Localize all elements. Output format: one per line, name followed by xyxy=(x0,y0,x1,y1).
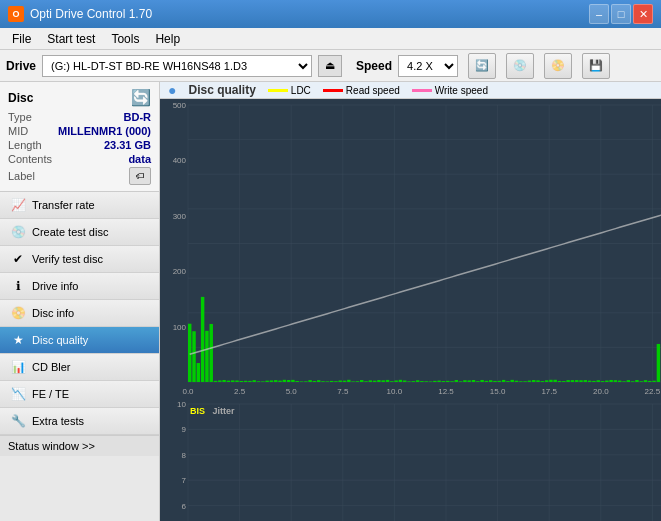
disc-label-icon[interactable]: 🏷 xyxy=(129,167,151,185)
minimize-button[interactable]: – xyxy=(589,4,609,24)
sidebar-item-fe-te[interactable]: 📉 FE / TE xyxy=(0,381,159,408)
chart-header: ● Disc quality LDC Read speed Write spee… xyxy=(160,82,661,99)
disc-label-row: Label 🏷 xyxy=(8,167,151,185)
titlebar-controls[interactable]: – □ ✕ xyxy=(589,4,653,24)
sidebar: Disc 🔄 Type BD-R MID MILLENMR1 (000) Len… xyxy=(0,82,160,521)
legend-ldc-label: LDC xyxy=(291,85,311,96)
sidebar-item-extra-tests-label: Extra tests xyxy=(32,415,84,427)
sidebar-item-verify-test-label: Verify test disc xyxy=(32,253,103,265)
disc-length-key: Length xyxy=(8,139,42,151)
menu-file[interactable]: File xyxy=(4,30,39,48)
sidebar-item-verify-test[interactable]: ✔ Verify test disc xyxy=(0,246,159,273)
close-button[interactable]: ✕ xyxy=(633,4,653,24)
menubar: File Start test Tools Help xyxy=(0,28,661,50)
disc-icon-btn1[interactable]: 💿 xyxy=(506,53,534,79)
right-panel: ● Disc quality LDC Read speed Write spee… xyxy=(160,82,661,521)
disc-quality-icon: ★ xyxy=(10,332,26,348)
refresh-button[interactable]: 🔄 xyxy=(468,53,496,79)
disc-icon-btn2[interactable]: 📀 xyxy=(544,53,572,79)
create-test-icon: 💿 xyxy=(10,224,26,240)
disc-contents-row: Contents data xyxy=(8,153,151,165)
drivebar: Drive (G:) HL-DT-ST BD-RE WH16NS48 1.D3 … xyxy=(0,50,661,82)
top-chart xyxy=(160,99,661,398)
sidebar-item-cd-bler[interactable]: 📊 CD Bler xyxy=(0,354,159,381)
disc-label: Disc xyxy=(8,91,33,105)
bottom-chart xyxy=(160,398,661,521)
speed-label: Speed xyxy=(356,59,392,73)
drive-select[interactable]: (G:) HL-DT-ST BD-RE WH16NS48 1.D3 xyxy=(42,55,312,77)
legend-write-color xyxy=(412,89,432,92)
sidebar-item-disc-quality-label: Disc quality xyxy=(32,334,88,346)
disc-info-panel: Disc 🔄 Type BD-R MID MILLENMR1 (000) Len… xyxy=(0,82,159,192)
extra-tests-icon: 🔧 xyxy=(10,413,26,429)
sidebar-item-drive-info-label: Drive info xyxy=(32,280,78,292)
sidebar-item-fe-te-label: FE / TE xyxy=(32,388,69,400)
sidebar-item-cd-bler-label: CD Bler xyxy=(32,361,71,373)
disc-mid-val: MILLENMR1 (000) xyxy=(58,125,151,137)
legend-ldc-color xyxy=(268,89,288,92)
titlebar-title: Opti Drive Control 1.70 xyxy=(30,7,152,21)
sidebar-item-transfer-rate[interactable]: 📈 Transfer rate xyxy=(0,192,159,219)
legend-read-speed: Read speed xyxy=(323,85,400,96)
disc-refresh-icon[interactable]: 🔄 xyxy=(131,88,151,107)
status-window-button[interactable]: Status window >> xyxy=(0,435,159,456)
sidebar-item-drive-info[interactable]: ℹ Drive info xyxy=(0,273,159,300)
legend-read-color xyxy=(323,89,343,92)
sidebar-item-create-test-label: Create test disc xyxy=(32,226,108,238)
speed-select[interactable]: 4.2 X xyxy=(398,55,458,77)
disc-length-val: 23.31 GB xyxy=(104,139,151,151)
legend-write-speed: Write speed xyxy=(412,85,488,96)
cd-bler-icon: 📊 xyxy=(10,359,26,375)
save-button[interactable]: 💾 xyxy=(582,53,610,79)
disc-type-key: Type xyxy=(8,111,32,123)
drive-info-icon: ℹ xyxy=(10,278,26,294)
sidebar-item-disc-info-label: Disc info xyxy=(32,307,74,319)
sidebar-item-transfer-rate-label: Transfer rate xyxy=(32,199,95,211)
disc-info-header: Disc 🔄 xyxy=(8,88,151,107)
chart-title: Disc quality xyxy=(188,83,255,97)
menu-help[interactable]: Help xyxy=(147,30,188,48)
sidebar-item-create-test[interactable]: 💿 Create test disc xyxy=(0,219,159,246)
verify-test-icon: ✔ xyxy=(10,251,26,267)
sidebar-item-disc-info[interactable]: 📀 Disc info xyxy=(0,300,159,327)
eject-button[interactable]: ⏏ xyxy=(318,55,342,77)
charts-container xyxy=(160,99,661,521)
disc-type-row: Type BD-R xyxy=(8,111,151,123)
maximize-button[interactable]: □ xyxy=(611,4,631,24)
menu-start-test[interactable]: Start test xyxy=(39,30,103,48)
sidebar-item-disc-quality[interactable]: ★ Disc quality xyxy=(0,327,159,354)
titlebar: O Opti Drive Control 1.70 – □ ✕ xyxy=(0,0,661,28)
legend-ldc: LDC xyxy=(268,85,311,96)
disc-type-val: BD-R xyxy=(124,111,152,123)
titlebar-left: O Opti Drive Control 1.70 xyxy=(8,6,152,22)
drive-label: Drive xyxy=(6,59,36,73)
menu-tools[interactable]: Tools xyxy=(103,30,147,48)
disc-contents-key: Contents xyxy=(8,153,52,165)
disc-label-key: Label xyxy=(8,170,35,182)
disc-length-row: Length 23.31 GB xyxy=(8,139,151,151)
disc-contents-val: data xyxy=(128,153,151,165)
disc-mid-row: MID MILLENMR1 (000) xyxy=(8,125,151,137)
fe-te-icon: 📉 xyxy=(10,386,26,402)
disc-info-icon: 📀 xyxy=(10,305,26,321)
app-icon: O xyxy=(8,6,24,22)
transfer-rate-icon: 📈 xyxy=(10,197,26,213)
legend-read-label: Read speed xyxy=(346,85,400,96)
disc-mid-key: MID xyxy=(8,125,28,137)
sidebar-item-extra-tests[interactable]: 🔧 Extra tests xyxy=(0,408,159,435)
legend-write-label: Write speed xyxy=(435,85,488,96)
main-content: Disc 🔄 Type BD-R MID MILLENMR1 (000) Len… xyxy=(0,82,661,521)
